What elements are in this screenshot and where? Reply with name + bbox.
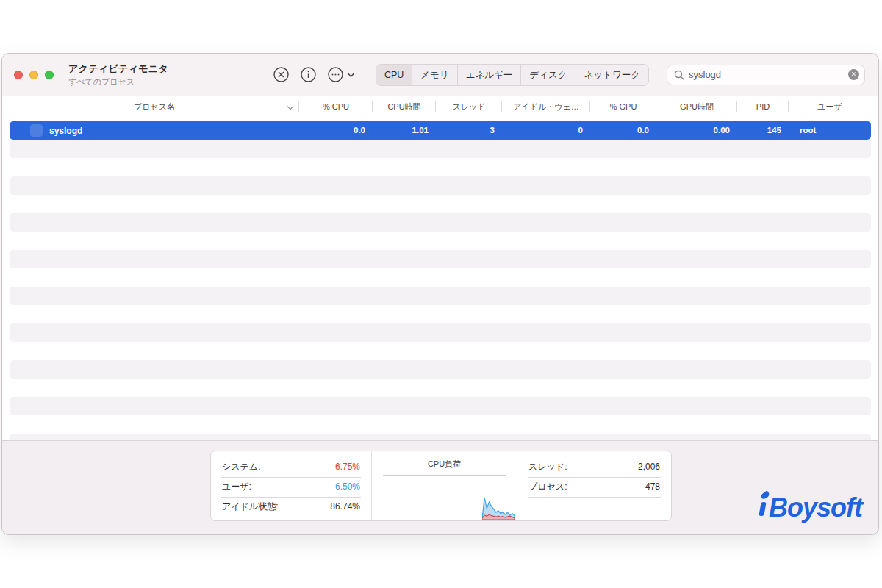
- activity-monitor-window: アクティビティモニタ すべてのプロセス: [1, 53, 879, 535]
- cell-idle_wake: 0: [502, 121, 590, 140]
- idle-stat-label: アイドル状態:: [222, 501, 278, 513]
- column-header-label: GPU時間: [680, 102, 714, 111]
- cpu-stats-panel: システム: 6.75% ユーザ: 6.50% アイドル状態: 86.74% CP…: [210, 451, 672, 521]
- cell-user: root: [789, 121, 871, 140]
- empty-row[interactable]: [10, 342, 871, 360]
- toolbar: アクティビティモニタ すべてのプロセス: [2, 54, 878, 96]
- logo-flame-i-icon: [759, 497, 767, 517]
- cpu-usage-section: システム: 6.75% ユーザ: 6.50% アイドル状態: 86.74%: [211, 451, 372, 520]
- system-stat-value: 6.75%: [335, 462, 360, 472]
- search-field[interactable]: ✕: [667, 65, 865, 85]
- empty-row[interactable]: [10, 213, 871, 232]
- ellipsis-circle-icon: [327, 66, 344, 83]
- cpu-load-chart-area: [482, 492, 514, 520]
- column-header-1[interactable]: % CPU: [299, 96, 373, 118]
- column-header-label: ユーザ: [817, 102, 842, 111]
- x-circle-icon: [273, 66, 290, 83]
- tab-cpu[interactable]: CPU: [376, 65, 412, 85]
- empty-row[interactable]: [10, 232, 871, 250]
- column-header-label: PID: [756, 102, 770, 111]
- user-stat-row: ユーザ: 6.50%: [221, 478, 361, 498]
- cpu-load-section: CPU負荷: [372, 451, 517, 520]
- chevron-down-icon: [347, 72, 355, 78]
- logo-text: Boysoft: [769, 492, 862, 523]
- column-header-2[interactable]: CPU時間: [373, 96, 436, 118]
- sort-chevron-icon: [287, 104, 293, 110]
- column-header-0[interactable]: プロセス名: [10, 96, 299, 118]
- cell-gpu_time: 0.00: [656, 121, 737, 140]
- empty-row[interactable]: [10, 268, 871, 287]
- empty-row[interactable]: [10, 250, 871, 268]
- empty-row[interactable]: [10, 158, 871, 176]
- fullscreen-window-button[interactable]: [45, 71, 54, 79]
- close-window-button[interactable]: [14, 71, 23, 79]
- empty-row[interactable]: [10, 415, 871, 434]
- empty-row[interactable]: [10, 434, 871, 440]
- column-header-8[interactable]: ユーザ: [789, 96, 871, 118]
- cell-pid: 145: [737, 121, 789, 140]
- cell-cpu_time: 1.01: [373, 121, 436, 140]
- search-input[interactable]: [689, 69, 848, 80]
- column-header-5[interactable]: % GPU: [590, 96, 656, 118]
- empty-row[interactable]: [10, 323, 871, 342]
- column-header-label: % GPU: [610, 102, 637, 111]
- system-stat-label: システム:: [222, 461, 260, 473]
- threads-stat-row: スレッド: 2,006: [528, 458, 661, 478]
- info-circle-icon: [300, 66, 317, 83]
- quit-process-button[interactable]: [273, 66, 290, 83]
- search-icon: [674, 70, 684, 80]
- empty-row[interactable]: [10, 140, 871, 158]
- empty-row[interactable]: [10, 379, 871, 397]
- window-subtitle: すべてのプロセス: [68, 76, 273, 87]
- system-stat-row: システム: 6.75%: [221, 458, 361, 478]
- iboysoft-logo: Boysoft: [759, 492, 862, 523]
- idle-stat-value: 86.74%: [330, 501, 360, 512]
- column-header-label: アイドル・ウェ…: [513, 102, 579, 111]
- window-title: アクティビティモニタ: [68, 62, 273, 76]
- empty-row[interactable]: [10, 305, 871, 323]
- empty-row[interactable]: [10, 195, 871, 213]
- column-header-label: CPU時間: [387, 102, 420, 111]
- empty-row[interactable]: [10, 397, 871, 415]
- more-options-button[interactable]: [327, 66, 355, 83]
- column-header-4[interactable]: アイドル・ウェ…: [502, 96, 590, 118]
- processes-stat-label: プロセス:: [528, 481, 567, 493]
- column-header-label: % CPU: [323, 102, 349, 111]
- window-title-block: アクティビティモニタ すべてのプロセス: [68, 62, 273, 87]
- user-stat-value: 6.50%: [335, 481, 360, 492]
- column-header-label: プロセス名: [134, 102, 175, 111]
- process-name: syslogd: [49, 126, 82, 136]
- column-header-label: スレッド: [452, 102, 485, 111]
- column-header-3[interactable]: スレッド: [436, 96, 502, 118]
- inspect-process-button[interactable]: [300, 66, 317, 83]
- user-stat-label: ユーザ:: [222, 481, 251, 493]
- window-controls: [14, 71, 54, 79]
- empty-row[interactable]: [10, 287, 871, 305]
- column-header-6[interactable]: GPU時間: [656, 96, 737, 118]
- cell-cpu: 0.0: [299, 121, 373, 140]
- table-header: プロセス名% CPUCPU時間スレッドアイドル・ウェ…% GPUGPU時間PID…: [2, 96, 878, 118]
- empty-row[interactable]: [10, 360, 871, 379]
- threads-stat-label: スレッド:: [528, 461, 567, 473]
- cell-threads: 3: [436, 121, 502, 140]
- cpu-load-title: CPU負荷: [383, 456, 506, 476]
- empty-row[interactable]: [10, 176, 871, 195]
- view-tabs: CPUメモリエネルギーディスクネットワーク: [376, 64, 649, 86]
- cell-gpu: 0.0: [590, 121, 656, 140]
- threads-processes-section: スレッド: 2,006 プロセス: 478: [517, 451, 671, 520]
- process-table-body: syslogd0.01.01300.00.00145root: [2, 118, 878, 440]
- minimize-window-button[interactable]: [29, 71, 38, 79]
- cpu-load-chart: [482, 492, 514, 520]
- tab-ディスク[interactable]: ディスク: [521, 65, 576, 85]
- tab-メモリ[interactable]: メモリ: [412, 65, 457, 85]
- column-header-7[interactable]: PID: [737, 96, 789, 118]
- processes-stat-value: 478: [645, 481, 660, 492]
- process-row-syslogd[interactable]: syslogd0.01.01300.00.00145root: [10, 121, 871, 140]
- idle-stat-row: アイドル状態: 86.74%: [221, 498, 361, 517]
- clear-search-button[interactable]: ✕: [848, 69, 859, 80]
- footer: システム: 6.75% ユーザ: 6.50% アイドル状態: 86.74% CP…: [2, 440, 878, 534]
- process-icon: [30, 124, 43, 137]
- tab-ネットワーク[interactable]: ネットワーク: [576, 65, 648, 85]
- tab-エネルギー[interactable]: エネルギー: [458, 65, 522, 85]
- threads-stat-value: 2,006: [638, 462, 660, 472]
